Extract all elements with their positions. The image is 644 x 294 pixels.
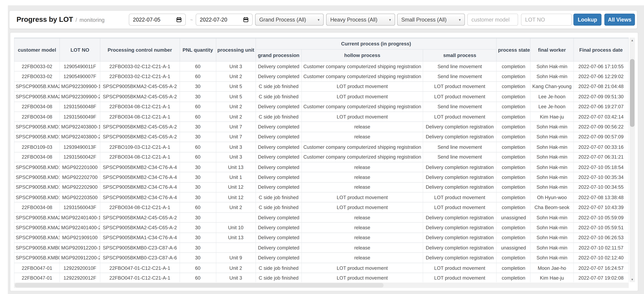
table-cell: 12931560049F: [60, 112, 100, 122]
vertical-scrollbar-thumb[interactable]: [630, 59, 634, 127]
table-cell: release: [302, 172, 423, 182]
table-row[interactable]: SPSCP9005B.KMA2MGP922401400-2SPSCP9005BK…: [14, 223, 628, 233]
table-cell: 2022-07-06 17:10:55: [574, 61, 628, 71]
table-cell: 22FBO109-03-C12-C21-A-1: [100, 142, 180, 152]
table-cell: C side job finished: [256, 82, 302, 92]
table-cell: 60: [180, 152, 216, 162]
table-cell: completion: [497, 202, 530, 212]
table-row[interactable]: SPSCP9005B.KMD1MGP922403800-2SPSCP9005BK…: [14, 132, 628, 142]
table-cell: SPSCP9005BKMB2-C34-C76-A-4: [100, 162, 180, 172]
table-cell: MGP922403800-2: [60, 132, 100, 142]
table-row[interactable]: SPSCP9005B.KMA1MGP921909100SPSCP9005BKMA…: [14, 233, 628, 243]
horizontal-scrollbar[interactable]: [14, 282, 629, 288]
table-row[interactable]: SPSCP9005B.KMB0MGP920912200-1SPSCP9005BK…: [14, 243, 628, 253]
table-cell: 12922920012F: [60, 273, 100, 282]
table-row[interactable]: 22FBO109-0312939490013F22FBO109-03-C12-C…: [14, 142, 628, 152]
col-header-processing-unit: processing unit: [216, 38, 256, 61]
table-cell: MGP920912200-1: [60, 243, 100, 253]
table-row[interactable]: SPSCP9005B.KMA2MGP922309900-1SPSCP9005BK…: [14, 82, 628, 92]
table-cell: Unit 5: [216, 82, 256, 92]
table-row[interactable]: SPSCP9005B.KMD1MGP922201000SPSCP9005BKMB…: [14, 162, 628, 172]
table-cell: 2022-07-07 10:43:39: [574, 202, 628, 212]
table-cell: LOT product movement: [423, 273, 496, 282]
table-cell: Sohn Hak-min: [530, 212, 574, 223]
table-cell: C side job finished: [256, 202, 302, 212]
table-row[interactable]: 22FBO034-0812931560042F22FBO034-08-C12-C…: [14, 152, 628, 162]
table-cell: SPSCP9005BKMA2-C45-C65-A-2: [100, 223, 180, 233]
table-cell: release: [302, 132, 423, 142]
all-views-button[interactable]: All Views: [604, 14, 635, 26]
table-cell: 30: [180, 243, 216, 253]
table-cell: MGP922403800-1: [60, 122, 100, 132]
progress-table: customer model LOT NO Processing control…: [14, 38, 629, 282]
table-row[interactable]: SPSCP9005B.KMD1MGP922202900SPSCP9005BKMB…: [14, 182, 628, 192]
col-header-process-state: process state: [497, 38, 530, 61]
table-cell: Unit 10: [216, 223, 256, 233]
table-row[interactable]: SPSCP9005B.KMD1MGP922203500SPSCP9005BKMB…: [14, 192, 628, 202]
scroll-down-icon[interactable]: ▼: [630, 277, 635, 282]
table-cell: Send line movement: [423, 152, 496, 162]
heavy-process-select[interactable]: Heavy Process (All) ▾: [326, 14, 395, 26]
vertical-scrollbar[interactable]: ▲ ▼: [630, 38, 635, 282]
scroll-up-icon[interactable]: ▲: [630, 38, 635, 43]
table-cell: Delivery completion registration: [423, 182, 496, 192]
small-process-select[interactable]: Small Process (All) ▾: [397, 14, 465, 26]
table-cell: 30: [180, 182, 216, 192]
table-cell: Sohn Hak-min: [530, 223, 574, 233]
col-header-final-process-date: Final process date: [574, 38, 628, 61]
table-cell: MGP922309900-2: [60, 92, 100, 102]
page-title: Progress by LOT: [16, 16, 73, 24]
table-row[interactable]: 22FBO034-0812931560043F22FBO034-08-C12-C…: [14, 202, 628, 212]
table-cell: Moon Jae-ho: [530, 263, 574, 273]
table-row[interactable]: 22FBO047-0112922920010F22FBO047-01-C12-C…: [14, 263, 628, 273]
table-cell: release: [302, 162, 423, 172]
table-cell: 2022-07-10 02:12:40: [574, 253, 628, 263]
table-cell: MGP922203500: [60, 192, 100, 202]
table-cell: SPSCP9005BKMB2-C45-C65-A-2: [100, 132, 180, 142]
calendar-icon[interactable]: [176, 17, 182, 22]
lot-no-input[interactable]: [521, 14, 572, 26]
table-row[interactable]: SPSCP9005B.KMD1MGP922202700SPSCP9005BKMB…: [14, 172, 628, 182]
table-row[interactable]: 22FBO033-0212905490007F22FBO033-02-C12-C…: [14, 71, 628, 82]
table-row[interactable]: 22FBO034-0812931560048F22FBO034-08-C12-C…: [14, 102, 628, 112]
chevron-down-icon: ▾: [459, 18, 461, 22]
calendar-icon[interactable]: [243, 17, 248, 22]
horizontal-scrollbar-thumb[interactable]: [15, 283, 384, 287]
date-to-input[interactable]: 2022-07-20: [196, 14, 253, 26]
heavy-process-value: Heavy Process (All): [330, 17, 378, 23]
table-cell: SPSCP9005B.KMA1: [14, 233, 60, 243]
table-cell: SPSCP9005B.KMB0: [14, 253, 60, 263]
table-cell: MGP920912200-2: [60, 253, 100, 263]
table-cell: Delivery completion registration: [423, 233, 496, 243]
table-cell: 12939490013F: [60, 142, 100, 152]
table-cell: SPSCP9005BKMB2-C45-C65-A-2: [100, 122, 180, 132]
table-cell: SPSCP9005BKMB2-C34-C76-A-4: [100, 192, 180, 202]
table-cell: SPSCP9005BKMA1-C34-C76-A-4: [100, 233, 180, 243]
table-row[interactable]: SPSCP9005B.KMD1MGP922403800-1SPSCP9005BK…: [14, 122, 628, 132]
table-row[interactable]: SPSCP9005B.KMA2MGP922401400-1SPSCP9005BK…: [14, 212, 628, 223]
table-row[interactable]: SPSCP9005B.KMB0MGP920912200-2SPSCP9005BK…: [14, 253, 628, 263]
table-cell: Delivery completion registration: [423, 132, 496, 142]
table-row[interactable]: 22FBO034-0812931560049F22FBO034-08-C12-C…: [14, 112, 628, 122]
table-cell: Delivery completion registration: [423, 253, 496, 263]
customer-model-input[interactable]: [467, 14, 518, 26]
table-cell: 22FBO034-08-C12-C21-A-1: [100, 152, 180, 162]
table-row[interactable]: 22FBO033-0212905490011F22FBO033-02-C12-C…: [14, 61, 628, 71]
date-from-input[interactable]: 2022-07-05: [129, 14, 186, 26]
table-cell: 2022-07-10 05:59:51: [574, 223, 628, 233]
table-cell: LOT product movement: [423, 82, 496, 92]
lookup-button[interactable]: Lookup: [573, 14, 602, 26]
table-cell: SPSCP9005B.KMD1: [14, 132, 60, 142]
table-row[interactable]: SPSCP9005B.KMA2MGP922309900-2SPSCP9005BK…: [14, 92, 628, 102]
table-cell: Delivery completion registration: [423, 162, 496, 172]
col-header-grand-procession: grand procession: [256, 49, 302, 61]
grand-process-select[interactable]: Grand Process (All) ▾: [255, 14, 324, 26]
table-cell: Kang Chan-young: [530, 82, 574, 92]
table-cell: 2022-07-09 09:51:30: [574, 92, 628, 102]
table-row[interactable]: 22FBO047-0112922920012F22FBO047-01-C12-C…: [14, 273, 628, 282]
table-cell: 12931560043F: [60, 202, 100, 212]
table-cell: 30: [180, 92, 216, 102]
breadcrumb: monitoring: [80, 17, 104, 23]
table-cell: SPSCP9005B.KMA2: [14, 82, 60, 92]
table-cell: SPSCP9005BKMA2-C45-C65-A-2: [100, 92, 180, 102]
